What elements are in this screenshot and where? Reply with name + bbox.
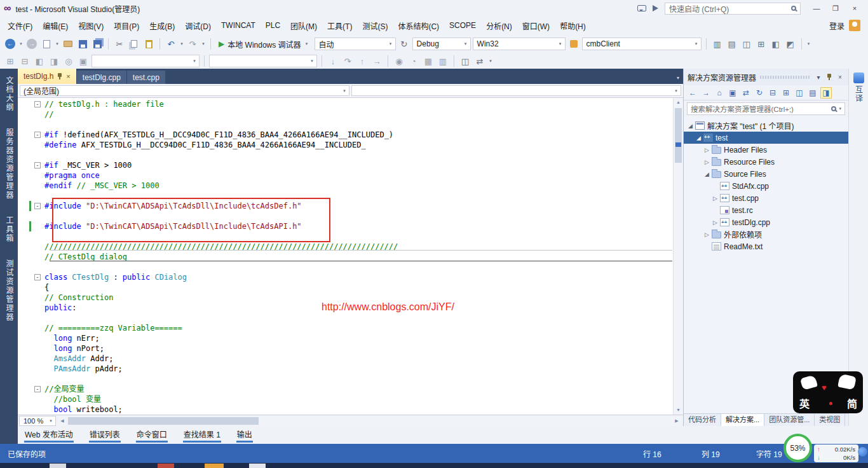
- forward-icon[interactable]: →: [700, 87, 712, 99]
- code-line[interactable]: long nErr;: [18, 333, 673, 343]
- scroll-down-icon[interactable]: ▼: [674, 406, 683, 415]
- sidebar-collapsed-tab[interactable]: 测试资源管理器: [1, 259, 17, 322]
- expand-arrow-icon[interactable]: ▷: [703, 147, 711, 153]
- properties-icon[interactable]: ▤: [807, 87, 818, 99]
- menu-item[interactable]: 视图(V): [73, 17, 109, 34]
- code-line[interactable]: [18, 262, 673, 272]
- percent-icon[interactable]: ▣: [77, 55, 90, 67]
- menu-item[interactable]: 体系结构(C): [393, 17, 444, 34]
- collapse-all-icon[interactable]: ⊞: [780, 87, 792, 99]
- search-input[interactable]: 搜索解决方案资源管理器(Ctrl+;) ▾: [687, 102, 845, 115]
- code-line[interactable]: -// testDlg.h : header file: [18, 99, 673, 109]
- toolbar-overflow-icon[interactable]: ▾: [488, 59, 493, 64]
- code-line[interactable]: PAmsAddr pAddr;: [18, 364, 673, 374]
- pin-icon[interactable]: [827, 74, 832, 81]
- breakpoint-icon[interactable]: ◉: [393, 55, 405, 67]
- panel-tab[interactable]: 代码分析: [684, 414, 721, 426]
- panel-tab[interactable]: Web 发布活动: [24, 427, 74, 443]
- code-line[interactable]: [18, 150, 673, 160]
- code-line[interactable]: -class CTestDlg : public CDialog: [18, 272, 673, 282]
- code-line[interactable]: #endif // _MSC_VER > 1000: [18, 181, 673, 191]
- chevron-down-icon[interactable]: ▾: [814, 74, 823, 81]
- document-list-dropdown-icon[interactable]: ▾: [677, 75, 679, 81]
- save-icon[interactable]: [76, 38, 89, 50]
- scroll-up-icon[interactable]: ▲: [674, 98, 683, 107]
- pending-changes-filter-icon[interactable]: ⇄: [740, 87, 752, 99]
- avatar-icon[interactable]: [849, 20, 860, 31]
- notifications-icon[interactable]: [653, 5, 658, 11]
- zoom-tool-icon[interactable]: ◎: [62, 55, 75, 67]
- step-into-icon[interactable]: ↓: [327, 55, 339, 67]
- expand-arrow-icon[interactable]: ▷: [703, 159, 711, 165]
- panel-tab[interactable]: 类视图: [815, 414, 845, 426]
- tree-item[interactable]: ReadMe.txt: [684, 240, 848, 252]
- tree-item[interactable]: ▷Header Files: [684, 144, 848, 156]
- home-icon[interactable]: ⌂: [714, 87, 725, 99]
- translator-english-label[interactable]: 英: [799, 396, 810, 411]
- network-speed-widget[interactable]: ↑0.02K/s ↓0K/s: [814, 444, 858, 462]
- vertical-scrollbar[interactable]: ▲ ▼: [673, 98, 683, 415]
- panel-tab[interactable]: 输出: [236, 427, 253, 443]
- toolbar-overflow-icon[interactable]: ▾: [806, 41, 811, 46]
- align-icon[interactable]: ⊟: [18, 55, 31, 67]
- scrollbar-thumb[interactable]: [68, 417, 259, 425]
- attach-mode-dropdown[interactable]: 自动 ▾: [315, 38, 396, 50]
- step-out-icon[interactable]: ↑: [356, 55, 369, 67]
- fold-toggle-icon[interactable]: -: [34, 203, 41, 209]
- code-line[interactable]: {: [18, 282, 673, 292]
- attach-icon[interactable]: [567, 38, 580, 50]
- code-line[interactable]: -//全局变量: [18, 384, 673, 394]
- panel-tab[interactable]: 错误列表: [89, 427, 121, 443]
- configuration-dropdown[interactable]: Debug ▾: [412, 38, 471, 50]
- extensions-icon[interactable]: ◩: [784, 38, 797, 50]
- menu-item[interactable]: 编辑(E): [37, 17, 73, 34]
- close-button[interactable]: ×: [845, 2, 864, 15]
- close-icon[interactable]: ×: [66, 73, 70, 79]
- code-line[interactable]: #pragma once: [18, 170, 673, 181]
- find-combo[interactable]: cmbClient ▾: [582, 38, 702, 50]
- preview-selected-items-icon[interactable]: ◨: [820, 87, 832, 99]
- class-view-icon[interactable]: ⊞: [755, 38, 768, 50]
- platform-dropdown[interactable]: Win32 ▾: [473, 38, 566, 50]
- toolbar-combo-1[interactable]: ▾: [92, 55, 200, 67]
- tree-item[interactable]: ▷外部依赖项: [684, 228, 848, 240]
- tree-item[interactable]: ▷Resource Files: [684, 156, 848, 168]
- cut-icon[interactable]: ✂: [113, 38, 126, 50]
- scroll-right-icon[interactable]: ▶: [672, 416, 681, 425]
- percent-badge[interactable]: 53%: [783, 434, 812, 462]
- chevron-down-icon[interactable]: ▾: [18, 41, 24, 46]
- menu-item[interactable]: 测试(S): [357, 17, 393, 34]
- zoom-dropdown[interactable]: 100 % ▾: [19, 416, 56, 426]
- run-to-cursor-icon[interactable]: →: [370, 55, 383, 67]
- sign-in-link[interactable]: 登录: [829, 20, 844, 31]
- menu-item[interactable]: 帮助(H): [555, 17, 591, 34]
- translator-widget[interactable]: ♥ 英 简: [793, 371, 863, 413]
- code-line[interactable]: //: [18, 109, 673, 120]
- code-line[interactable]: [18, 374, 673, 384]
- chevron-down-icon[interactable]: ▾: [839, 106, 841, 111]
- menu-item[interactable]: PLC: [261, 18, 285, 33]
- translator-chinese-label[interactable]: 简: [847, 396, 857, 411]
- menu-item[interactable]: 项目(P): [109, 17, 144, 34]
- editor-tab[interactable]: test.cpp: [127, 71, 165, 84]
- menu-item[interactable]: 调试(D): [180, 17, 216, 34]
- menu-item[interactable]: 团队(M): [285, 17, 322, 34]
- sidebar-collapsed-tab[interactable]: 服务器资源管理器: [1, 128, 17, 200]
- align-grid-icon[interactable]: ⊞: [4, 55, 17, 67]
- panel-tab[interactable]: 查找结果 1: [183, 427, 221, 443]
- tree-item[interactable]: StdAfx.cpp: [684, 180, 848, 192]
- refresh-icon[interactable]: ⊟: [767, 87, 778, 99]
- fold-toggle-icon[interactable]: -: [34, 162, 41, 169]
- screenshot-icon[interactable]: ◫: [459, 55, 471, 67]
- code-line[interactable]: [18, 120, 673, 130]
- code-line[interactable]: [18, 313, 673, 323]
- code-line[interactable]: #define AFX_TESTDLG_H__DCC94D0C_F11D_483…: [18, 140, 673, 150]
- member-dropdown[interactable]: ▾: [351, 85, 681, 96]
- editor-tab[interactable]: testDlg.h×: [18, 69, 76, 84]
- pin-icon[interactable]: [57, 73, 62, 80]
- menu-item[interactable]: 文件(F): [3, 17, 37, 34]
- minimize-button[interactable]: —: [807, 2, 826, 15]
- menu-item[interactable]: 生成(B): [144, 17, 180, 34]
- code-line[interactable]: //bool 变量: [18, 394, 673, 404]
- panel-tab[interactable]: 解决方案...: [721, 414, 764, 426]
